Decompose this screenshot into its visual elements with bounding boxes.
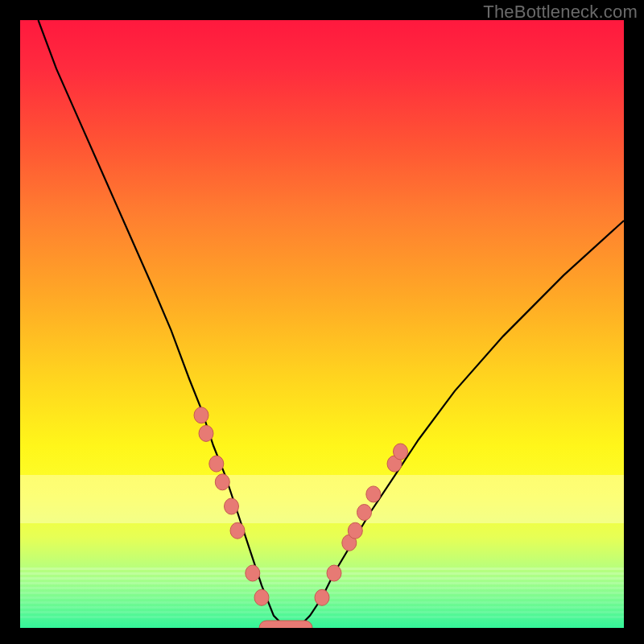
marker-dot <box>315 589 329 605</box>
marker-dot <box>254 589 269 605</box>
bottleneck-plot <box>20 20 624 628</box>
marker-dot <box>194 407 208 423</box>
marker-dot <box>348 522 362 539</box>
data-markers <box>194 407 408 628</box>
marker-pill <box>259 621 312 628</box>
marker-dot <box>225 498 239 514</box>
marker-dot <box>366 486 381 502</box>
marker-dot <box>209 456 224 472</box>
marker-dot <box>327 565 341 581</box>
marker-dot <box>357 505 372 521</box>
marker-dot <box>199 425 213 441</box>
bottleneck-curve <box>39 20 625 628</box>
marker-dot <box>230 522 245 539</box>
watermark-text: TheBottleneck.com <box>483 2 638 23</box>
marker-dot <box>394 444 408 460</box>
marker-dot <box>246 565 260 581</box>
marker-dot <box>215 474 229 490</box>
